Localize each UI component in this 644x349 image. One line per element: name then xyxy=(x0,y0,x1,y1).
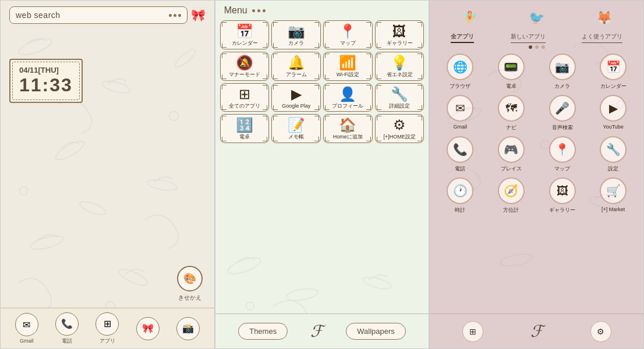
applist-tabs: 全アプリ新しいアプリよく使うアプリ xyxy=(430,33,643,43)
dock-item-camera[interactable]: 📸 xyxy=(176,317,200,340)
bow-icon: 🎀 xyxy=(136,317,160,340)
applist-circle-4: ✉ xyxy=(447,95,473,122)
applist-circle-8: 📞 xyxy=(447,136,473,163)
app-icon-13[interactable]: 📝 メモ帳 xyxy=(271,114,321,143)
applist-label-3: カレンダー xyxy=(600,83,627,90)
applist-tab-1[interactable]: 新しいアプリ xyxy=(511,33,546,43)
kisekae-button[interactable]: 🎨 きせかえ xyxy=(177,266,203,302)
applist-item-11[interactable]: 🔧 設定 xyxy=(590,136,636,173)
dock-label-phone: 電話 xyxy=(62,337,72,345)
svg-point-7 xyxy=(79,199,108,217)
app-icon-6[interactable]: 📶 Wi-Fi設定 xyxy=(323,52,373,81)
app-icon-label-14: Homeに追加 xyxy=(333,134,363,140)
applist-item-10[interactable]: 📍 マップ xyxy=(539,136,586,173)
menu-settings-icon[interactable] xyxy=(252,9,266,12)
applist-circle-2: 📷 xyxy=(549,54,576,80)
search-box[interactable]: web search xyxy=(9,6,187,24)
app-grid: 📅 カレンダー 📷 カメラ 📍 マップ 🖼 ギャラリー xyxy=(215,18,429,145)
applist-item-4[interactable]: ✉ Gmail xyxy=(437,95,483,131)
search-menu-icon[interactable] xyxy=(169,14,181,17)
svg-point-2 xyxy=(53,138,86,163)
app-icon-11[interactable]: 🔧 詳細設定 xyxy=(375,83,424,112)
applist-item-12[interactable]: 🕐 時計 xyxy=(437,177,483,214)
app-icon-8[interactable]: ⊞ 全てのアプリ xyxy=(220,83,270,112)
dock-item-ribbon[interactable]: 🎀 xyxy=(136,317,160,340)
app-icon-4[interactable]: 🔕 マナーモード xyxy=(220,52,270,81)
applist-item-6[interactable]: 🎤 音声検索 xyxy=(539,95,586,131)
applist-settings-icon[interactable]: ⚙ xyxy=(590,321,611,342)
svg-point-0 xyxy=(17,35,54,58)
wallpapers-button[interactable]: Wallpapers xyxy=(346,323,406,340)
applist-label-6: 音声検索 xyxy=(552,124,573,131)
menu-title: Menu xyxy=(224,5,247,16)
app-icon-img-7: 💡 xyxy=(391,56,408,70)
applist-item-1[interactable]: 📟 電卓 xyxy=(488,54,535,90)
applist-circle-12: 🕐 xyxy=(447,177,473,204)
applist-item-0[interactable]: 🌐 ブラウザ xyxy=(437,54,483,90)
app-icon-img-15: ⚙ xyxy=(393,118,406,132)
app-icon-img-1: 📷 xyxy=(288,24,305,38)
applist-item-15[interactable]: 🛒 [+] Market xyxy=(590,177,636,214)
app-icon-label-13: メモ帳 xyxy=(288,134,304,140)
app-icon-3[interactable]: 🖼 ギャラリー xyxy=(375,20,424,49)
svg-point-17 xyxy=(500,252,533,268)
applist-circle-3: 📅 xyxy=(600,54,627,80)
app-icon-5[interactable]: 🔔 アラーム xyxy=(271,52,321,81)
applist-circle-9: 🎮 xyxy=(498,136,525,163)
dock-label-apps: アプリ xyxy=(100,337,115,345)
applist-item-2[interactable]: 📷 カメラ xyxy=(539,54,586,90)
applist-item-3[interactable]: 📅 カレンダー xyxy=(590,54,636,90)
app-icon-10[interactable]: 👤 プロフィール xyxy=(323,83,373,112)
applist-item-8[interactable]: 📞 電話 xyxy=(437,136,483,173)
app-icon-img-14: 🏠 xyxy=(339,118,356,132)
app-icon-label-5: アラーム xyxy=(286,72,307,78)
dot-1 xyxy=(529,45,532,49)
applist-circle-7: ▶ xyxy=(600,95,627,122)
dock-item-phone[interactable]: 📞 電話 xyxy=(55,312,79,345)
applist-item-14[interactable]: 🖼 ギャラリー xyxy=(539,177,586,214)
app-icon-0[interactable]: 📅 カレンダー xyxy=(220,20,270,49)
tab-dots xyxy=(430,45,643,49)
screen-home: web search 🎀 04/11[THU] 11:33 🎨 きせかえ ✉ G… xyxy=(0,0,215,349)
applist-circle-11: 🔧 xyxy=(600,136,627,163)
applist-tab-0[interactable]: 全アプリ xyxy=(451,33,474,43)
gmail-icon: ✉ xyxy=(15,313,38,336)
svg-point-12 xyxy=(362,275,392,291)
applist-item-7[interactable]: ▶ YouTube xyxy=(590,95,636,131)
svg-point-8 xyxy=(169,111,178,120)
applist-label-0: ブラウザ xyxy=(450,83,470,90)
dot-3 xyxy=(542,45,545,49)
svg-point-11 xyxy=(226,254,263,277)
screen-menu: Menu 📅 カレンダー 📷 カメラ 📍 マップ xyxy=(215,0,430,349)
app-icon-img-13: 📝 xyxy=(288,118,305,132)
app-icon-2[interactable]: 📍 マップ xyxy=(323,20,373,49)
clock-date: 04/11[THU] xyxy=(19,66,73,74)
app-icon-1[interactable]: 📷 カメラ xyxy=(271,20,321,49)
app-icon-15[interactable]: ⚙ [+]HOME設定 xyxy=(375,114,424,143)
app-icon-img-11: 🔧 xyxy=(391,87,408,101)
app-icon-12[interactable]: 🔢 電卓 xyxy=(220,114,270,143)
applist-circle-14: 🖼 xyxy=(549,177,576,204)
applist-label-14: ギャラリー xyxy=(549,206,575,214)
applist-label-5: ナビ xyxy=(506,124,516,131)
applist-item-13[interactable]: 🧭 方位計 xyxy=(488,177,535,214)
applist-item-9[interactable]: 🎮 プレイス xyxy=(488,136,535,173)
applist-circle-5: 🗺 xyxy=(498,95,525,122)
applist-tab-2[interactable]: よく使うアプリ xyxy=(582,33,622,43)
menu-header: Menu xyxy=(215,1,429,18)
dock-item-apps[interactable]: ⊞ アプリ xyxy=(95,312,119,345)
themes-button[interactable]: Themes xyxy=(238,323,288,340)
dot-2 xyxy=(535,45,539,49)
applist-item-5[interactable]: 🗺 ナビ xyxy=(488,95,535,131)
applist-circle-15: 🛒 xyxy=(600,177,627,204)
app-icon-9[interactable]: ▶ Google Play xyxy=(271,83,321,112)
applist-grid-icon[interactable]: ⊞ xyxy=(462,321,483,342)
dock-item-gmail[interactable]: ✉ Gmail xyxy=(15,313,38,344)
app-icon-7[interactable]: 💡 省エネ設定 xyxy=(375,52,424,81)
applist-label-10: マップ xyxy=(554,165,570,173)
applist-label-9: プレイス xyxy=(501,165,522,173)
bottom-dock: ✉ Gmail 📞 電話 ⊞ アプリ 🎀 📸 xyxy=(1,308,214,348)
applist-label-8: 電話 xyxy=(455,165,465,173)
menu-bottom: Themes ℱ Wallpapers xyxy=(215,314,429,348)
app-icon-14[interactable]: 🏠 Homeに追加 xyxy=(323,114,373,143)
